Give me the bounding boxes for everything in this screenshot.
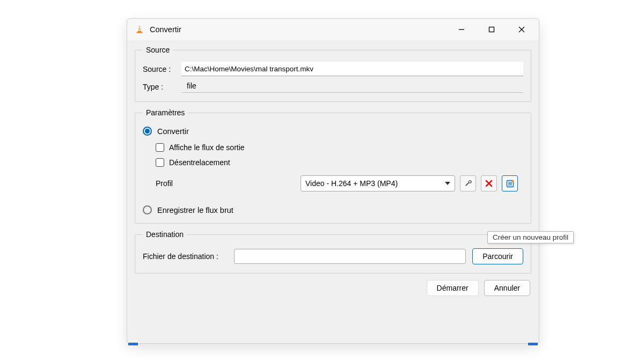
groupbox-source: Source Source : Type : file xyxy=(135,46,531,102)
label-type: Type : xyxy=(143,83,181,91)
label-source: Source : xyxy=(143,65,181,73)
svg-rect-3 xyxy=(137,32,143,33)
source-type-value: file xyxy=(181,80,523,93)
new-profile-button[interactable] xyxy=(502,175,518,191)
radio-convert-label: Convertir xyxy=(157,127,189,136)
chevron-down-icon xyxy=(445,182,450,185)
maximize-button[interactable] xyxy=(477,19,507,40)
edit-profile-button[interactable] xyxy=(460,175,476,191)
browse-button[interactable]: Parcourir xyxy=(472,248,523,264)
cancel-button[interactable]: Annuler xyxy=(484,280,530,296)
x-icon xyxy=(485,180,493,187)
profile-dropdown-value: Video - H.264 + MP3 (MP4) xyxy=(305,179,398,188)
svg-rect-5 xyxy=(489,27,494,32)
minimize-icon xyxy=(458,26,465,33)
svg-point-14 xyxy=(511,180,514,182)
close-button[interactable] xyxy=(507,19,537,40)
groupbox-destination: Destination Fichier de destination : Par… xyxy=(135,230,531,274)
maximize-icon xyxy=(488,26,495,33)
checkbox-deinterlace-label: Désentrelacement xyxy=(169,158,230,167)
groupbox-parameters-legend: Paramètres xyxy=(143,108,188,117)
titlebar: Convertir xyxy=(127,19,539,40)
start-button[interactable]: Démarrer xyxy=(427,280,479,296)
vlc-cone-icon xyxy=(135,25,144,34)
checkbox-deinterlace[interactable] xyxy=(156,158,164,167)
label-profile: Profil xyxy=(156,179,301,188)
destination-file-input[interactable] xyxy=(234,249,466,264)
new-profile-icon xyxy=(506,180,514,188)
window-title: Convertir xyxy=(150,25,181,34)
radio-dump-raw[interactable] xyxy=(143,205,152,215)
window-controls xyxy=(447,19,537,40)
minimize-button[interactable] xyxy=(447,19,477,40)
wrench-icon xyxy=(464,179,472,188)
svg-marker-0 xyxy=(137,25,141,32)
dialog-footer: Démarrer Annuler xyxy=(135,280,531,296)
groupbox-destination-legend: Destination xyxy=(143,230,187,239)
close-icon xyxy=(518,26,525,33)
groupbox-source-legend: Source xyxy=(143,46,173,54)
tooltip-new-profile: Créer un nouveau profil xyxy=(487,231,574,243)
svg-rect-1 xyxy=(138,27,141,28)
delete-profile-button[interactable] xyxy=(481,175,497,191)
source-path-input[interactable] xyxy=(181,62,523,76)
groupbox-parameters: Paramètres Convertir Affiche le flux de … xyxy=(135,108,531,224)
convert-dialog: Convertir Source Source : Type : file xyxy=(127,18,539,344)
radio-convert[interactable] xyxy=(143,127,152,136)
svg-rect-2 xyxy=(138,29,141,31)
radio-dump-raw-label: Enregistrer le flux brut xyxy=(157,206,233,215)
checkbox-display-output[interactable] xyxy=(156,143,164,152)
label-destination-file: Fichier de destination : xyxy=(143,252,234,261)
checkbox-display-output-label: Affiche le flux de sortie xyxy=(169,143,245,152)
profile-dropdown[interactable]: Video - H.264 + MP3 (MP4) xyxy=(301,175,455,191)
